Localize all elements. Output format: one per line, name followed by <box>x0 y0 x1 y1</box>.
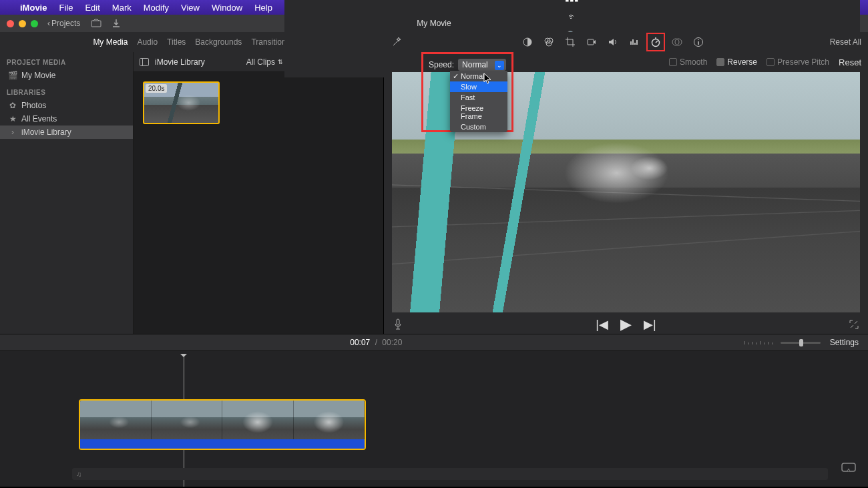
clip-browser: iMovie Library All Clips ⇅ 🔍 ⚙ 20.0s <box>134 52 383 334</box>
speed-icon[interactable] <box>650 36 662 48</box>
clip-audio-waveform[interactable] <box>80 439 365 449</box>
menu-window[interactable]: Window <box>212 3 242 13</box>
clip-filter-label: All Clips <box>246 57 275 67</box>
prev-button[interactable]: |◀ <box>596 317 608 332</box>
sidebar-photos-label: Photos <box>21 101 46 110</box>
stabilization-icon[interactable] <box>586 36 598 48</box>
download-button[interactable] <box>111 18 122 29</box>
updown-icon: ⇅ <box>278 59 283 65</box>
sidebar-all-events-label: All Events <box>21 114 57 124</box>
svg-rect-12 <box>397 319 399 325</box>
speed-option-normal[interactable]: Normal <box>450 71 507 81</box>
timeline[interactable]: ♫ <box>0 351 868 487</box>
vr-headset-icon[interactable] <box>841 463 856 472</box>
tab-titles[interactable]: Titles <box>167 37 186 47</box>
sidebar-all-events[interactable]: ★ All Events <box>0 112 133 126</box>
speed-option-fast[interactable]: Fast <box>450 92 507 103</box>
transport-controls: |◀ ▶ ▶| <box>384 315 868 334</box>
clip-duration-badge: 20.0s <box>146 84 167 93</box>
reset-all-button[interactable]: Reset All <box>830 37 861 47</box>
menu-mark[interactable]: Mark <box>112 3 132 13</box>
zoom-button[interactable] <box>31 20 38 27</box>
inspector-toolbar: Reset All <box>384 32 868 52</box>
volume-icon[interactable] <box>607 36 619 48</box>
back-to-projects-button[interactable]: ‹ Projects <box>47 19 80 28</box>
svg-rect-7 <box>588 39 594 45</box>
tab-my-media[interactable]: My Media <box>93 37 128 47</box>
timeline-header: 00:07 / 00:20 Settings <box>0 334 868 351</box>
color-correction-icon[interactable] <box>543 36 555 48</box>
sidebar-project-label: My Movie <box>21 71 55 80</box>
play-button[interactable]: ▶ <box>620 316 632 333</box>
sidebar-photos[interactable]: ✿ Photos <box>0 99 133 112</box>
minimize-button[interactable] <box>19 20 26 27</box>
reverse-label: Reverse <box>727 57 757 67</box>
noise-eq-icon[interactable] <box>628 36 640 48</box>
smooth-checkbox[interactable]: Smooth <box>669 57 707 67</box>
reverse-checkbox[interactable]: Reverse <box>716 57 757 67</box>
chevron-left-icon: ‹ <box>47 19 50 28</box>
zoom-control[interactable] <box>743 339 821 346</box>
preserve-pitch-checkbox[interactable]: Preserve Pitch <box>767 57 829 67</box>
speed-control-highlight: Speed: Normal ⌄ Normal Slow Fast Freeze … <box>421 52 513 132</box>
status-battery-icon[interactable]: ▮▮▮ <box>565 0 579 3</box>
info-icon[interactable] <box>692 36 704 48</box>
menu-help[interactable]: Help <box>254 3 272 13</box>
svg-rect-0 <box>91 21 101 27</box>
chevron-right-icon: › <box>8 128 17 137</box>
background-music-track[interactable]: ♫ <box>72 468 828 480</box>
speed-inspector-bar: Speed: Normal ⌄ Normal Slow Fast Freeze … <box>384 52 868 72</box>
svg-rect-1 <box>140 58 149 65</box>
back-label: Projects <box>51 19 80 28</box>
macos-menubar: iMovie File Edit Mark Modify View Window… <box>0 0 868 15</box>
time-separator: / <box>375 338 377 347</box>
clip-filter-dropdown[interactable]: All Clips ⇅ <box>246 57 283 67</box>
speed-option-freeze-frame[interactable]: Freeze Frame <box>450 103 507 121</box>
zoom-slider[interactable] <box>781 342 821 344</box>
next-button[interactable]: ▶| <box>644 317 656 332</box>
libraries-header: LIBRARIES <box>0 86 133 99</box>
sidebar-project-item[interactable]: 🎬 My Movie <box>0 69 133 82</box>
total-time: 00:20 <box>382 338 402 347</box>
viewer-panel: Reset All Speed: Normal ⌄ Normal Slow Fa… <box>384 32 868 334</box>
menu-file[interactable]: File <box>59 3 73 13</box>
timeline-settings-button[interactable]: Settings <box>830 338 859 347</box>
chevron-down-icon: ⌄ <box>497 62 502 69</box>
tab-backgrounds[interactable]: Backgrounds <box>195 37 242 47</box>
tab-audio[interactable]: Audio <box>137 37 158 47</box>
window-title: My Movie <box>417 19 451 28</box>
speed-value: Normal <box>462 60 488 69</box>
clip-thumbnail[interactable]: 20.0s <box>143 81 220 124</box>
close-button[interactable] <box>7 20 14 27</box>
sidebar-imovie-library[interactable]: › iMovie Library <box>0 126 133 139</box>
app-menu[interactable]: iMovie <box>20 3 47 13</box>
menu-edit[interactable]: Edit <box>85 3 99 13</box>
music-note-icon: ♫ <box>76 470 81 478</box>
speed-option-slow[interactable]: Slow <box>450 81 507 92</box>
crop-icon[interactable] <box>564 36 576 48</box>
voiceover-mic-icon[interactable] <box>393 318 403 330</box>
star-icon: ★ <box>8 114 17 124</box>
timeline-clip[interactable] <box>79 399 366 450</box>
photos-icon: ✿ <box>8 101 17 110</box>
traffic-lights <box>7 20 38 27</box>
fullscreen-button[interactable] <box>849 320 859 329</box>
filter-icon[interactable] <box>671 36 683 48</box>
enhance-magic-wand-icon[interactable] <box>391 36 403 48</box>
speed-option-custom[interactable]: Custom <box>450 121 507 132</box>
current-time: 00:07 <box>350 338 370 347</box>
browser-title: iMovie Library <box>155 57 205 67</box>
menu-modify[interactable]: Modify <box>144 3 169 13</box>
clapperboard-icon: 🎬 <box>8 71 17 80</box>
status-wifi-icon[interactable]: ᯤ <box>568 12 576 21</box>
menu-view[interactable]: View <box>181 3 200 13</box>
zoom-ticks-icon <box>743 339 777 346</box>
speed-reset-button[interactable]: Reset <box>839 57 861 67</box>
import-media-button[interactable] <box>91 18 101 29</box>
color-balance-icon[interactable] <box>521 36 533 48</box>
speed-label: Speed: <box>429 60 454 69</box>
speed-dropdown[interactable]: Normal ⌄ <box>458 59 506 71</box>
toggle-sidebar-button[interactable] <box>139 57 150 67</box>
speed-dropdown-menu: Normal Slow Fast Freeze Frame Custom <box>450 71 507 132</box>
smooth-label: Smooth <box>680 57 707 67</box>
